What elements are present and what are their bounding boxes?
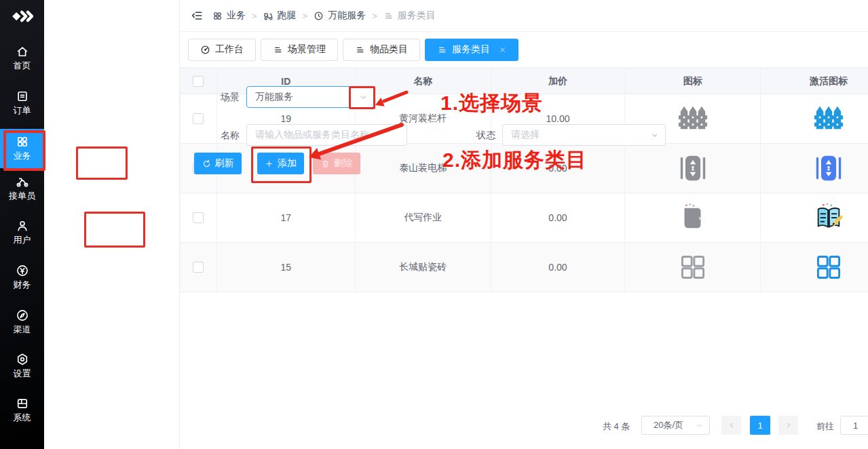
logo-icon (7, 7, 37, 26)
dashboard-icon (200, 45, 210, 55)
rail-item-orders[interactable]: 订单 (0, 90, 44, 115)
notebook-icon (625, 193, 761, 242)
table-row: 17 代写作业 0.00 (181, 193, 868, 243)
clock-icon (314, 11, 324, 21)
chevron-down-icon (650, 131, 659, 140)
list-icon (273, 45, 283, 55)
grid-icon (212, 11, 223, 21)
rail-item-finance[interactable]: 财务 (0, 264, 44, 290)
breadcrumb-separator: > (303, 11, 308, 21)
refresh-icon (202, 159, 211, 168)
row-checkbox[interactable] (193, 262, 204, 273)
fence-active-icon (761, 94, 868, 143)
rail-label: 财务 (0, 279, 44, 290)
chevron-right-icon (785, 421, 793, 429)
main-area: 业务 > 跑腿 > 万能服务 > 服务类目 工作台 场景管理 物品类目 (180, 0, 868, 449)
name-input[interactable]: 请输入物品或服务类目名称 (246, 124, 407, 146)
status-label: 状态 (476, 130, 495, 142)
scene-select[interactable]: 万能服务 (246, 86, 375, 108)
tab-scene-mgmt[interactable]: 场景管理 (261, 39, 338, 61)
courier-icon (16, 175, 29, 189)
elevator-icon (625, 144, 761, 193)
goto-label: 前往 (816, 421, 834, 433)
home-icon (16, 45, 29, 58)
notebook-active-icon (761, 193, 868, 242)
select-all-cell (181, 69, 217, 94)
prev-page-button[interactable] (721, 416, 741, 435)
settings-icon (16, 353, 29, 366)
tab-workbench[interactable]: 工作台 (188, 39, 256, 61)
rail-label: 设置 (0, 368, 44, 378)
finance-icon (16, 264, 29, 277)
system-icon (16, 397, 29, 410)
list-icon (383, 11, 394, 21)
total-count: 共 4 条 (603, 421, 630, 433)
goto-page-input[interactable]: 1 (840, 416, 868, 435)
row-checkbox[interactable] (193, 113, 204, 124)
order-icon (16, 90, 29, 103)
add-button[interactable]: 添加 (257, 153, 304, 174)
scooter-icon (263, 11, 273, 21)
breadcrumb-item-service-category: 服务类目 (383, 9, 436, 22)
page-size-select[interactable]: 20条/页 (641, 416, 710, 435)
app-rail: 首页 订单 业务 接单员 用户 财务 渠道 设置 系统 (0, 0, 44, 449)
chevron-down-icon (696, 422, 703, 429)
list-icon (437, 45, 447, 55)
annotation-step2: 2.添加服务类目 (442, 147, 587, 174)
rail-item-settings[interactable]: 设置 (0, 353, 44, 378)
rail-label: 用户 (0, 235, 44, 245)
header-icon: 图标 (625, 69, 761, 94)
select-all-checkbox[interactable] (193, 76, 204, 87)
channel-icon (16, 309, 29, 322)
rail-label: 业务 (0, 151, 44, 161)
rail-item-system[interactable]: 系统 (0, 397, 44, 423)
fold-sidebar-icon[interactable] (191, 9, 203, 22)
breadcrumb-separator: > (372, 11, 377, 21)
tab-item-category[interactable]: 物品类目 (343, 39, 420, 61)
app-logo[interactable] (0, 7, 44, 26)
plus-icon (265, 159, 273, 168)
breadcrumb-item-paotui[interactable]: 跑腿 (263, 9, 297, 22)
rail-label: 渠道 (0, 324, 44, 334)
rail-label: 订单 (0, 105, 44, 115)
user-icon (16, 219, 29, 233)
next-page-button[interactable] (778, 416, 798, 435)
tiles-icon (625, 243, 761, 292)
list-icon (355, 45, 365, 55)
annotation-step1: 1.选择场景 (440, 90, 543, 117)
chevron-down-icon (359, 93, 368, 102)
rail-item-courier[interactable]: 接单员 (0, 175, 44, 201)
close-tab-icon[interactable] (499, 46, 506, 54)
delete-button[interactable]: 删除 (313, 153, 360, 174)
breadcrumb: 业务 > 跑腿 > 万能服务 > 服务类目 (180, 0, 868, 32)
breadcrumb-separator: > (252, 11, 257, 21)
rail-label: 首页 (0, 60, 44, 71)
rail-item-business[interactable]: 业务 (0, 129, 44, 168)
refresh-button[interactable]: 刷新 (194, 153, 242, 174)
trash-icon (321, 159, 330, 168)
scene-label: 场景 (221, 92, 240, 104)
chevron-left-icon (728, 421, 736, 429)
rail-item-channel[interactable]: 渠道 (0, 309, 44, 334)
current-page-button[interactable]: 1 (750, 416, 770, 435)
tab-service-category[interactable]: 服务类目 (425, 39, 518, 61)
breadcrumb-item-wanneng[interactable]: 万能服务 (314, 9, 366, 22)
table-row: 15 长城贴瓷砖 0.00 (181, 243, 868, 292)
rail-label: 系统 (0, 412, 44, 423)
rail-item-users[interactable]: 用户 (0, 219, 44, 245)
header-active-icon: 激活图标 (761, 69, 868, 94)
elevator-active-icon (761, 144, 868, 193)
side-submenu (44, 0, 180, 449)
breadcrumb-item-business[interactable]: 业务 (212, 9, 246, 22)
tab-bar: 工作台 场景管理 物品类目 服务类目 (180, 32, 868, 68)
tiles-active-icon (761, 243, 868, 292)
row-checkbox[interactable] (193, 212, 204, 223)
name-label: 名称 (221, 130, 240, 142)
business-grid-icon (16, 135, 29, 149)
status-select[interactable]: 请选择 (502, 124, 666, 146)
rail-label: 接单员 (0, 191, 44, 201)
rail-item-home[interactable]: 首页 (0, 45, 44, 71)
